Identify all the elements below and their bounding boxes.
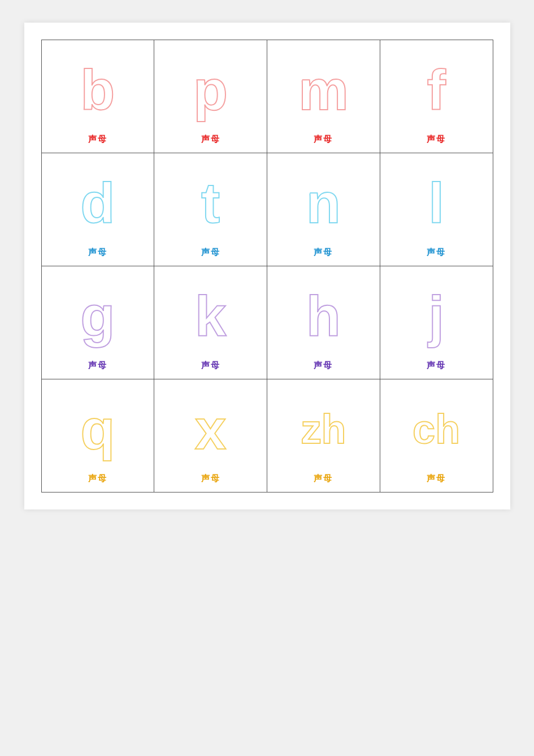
- cell-r3-c1: x声母: [154, 379, 267, 493]
- pinyin-grid: b声母p声母m声母f声母d声母t声母n声母l声母g声母k声母h声母j声母q声母x…: [41, 40, 493, 493]
- cell-label: 声母: [88, 360, 107, 371]
- letter-container: k: [160, 277, 261, 356]
- letter-j: j: [428, 288, 444, 344]
- cell-label: 声母: [427, 360, 446, 371]
- cell-label: 声母: [427, 473, 446, 484]
- letter-container: m: [273, 50, 374, 129]
- cell-r1-c3: l声母: [380, 153, 493, 266]
- letter-t: t: [201, 175, 220, 231]
- letter-container: p: [160, 50, 261, 129]
- cell-label: 声母: [314, 134, 333, 145]
- letter-n: n: [306, 175, 341, 231]
- cell-r3-c2: zh声母: [267, 379, 380, 493]
- letter-k: k: [195, 288, 227, 344]
- letter-f: f: [427, 62, 445, 118]
- letter-container: j: [386, 277, 487, 356]
- cell-label: 声母: [201, 247, 220, 258]
- cell-r1-c2: n声母: [267, 153, 380, 266]
- letter-h: h: [306, 288, 341, 344]
- letter-l: l: [428, 175, 444, 231]
- cell-label: 声母: [201, 360, 220, 371]
- cell-r0-c3: f声母: [380, 40, 493, 153]
- cell-label: 声母: [427, 247, 446, 258]
- letter-container: f: [386, 50, 487, 129]
- letter-container: q: [47, 390, 149, 469]
- cell-label: 声母: [427, 134, 446, 145]
- letter-container: l: [386, 163, 487, 243]
- cell-label: 声母: [314, 247, 333, 258]
- cell-r0-c2: m声母: [267, 40, 380, 153]
- cell-r1-c0: d声母: [42, 153, 155, 266]
- letter-q: q: [80, 401, 115, 457]
- cell-label: 声母: [201, 134, 220, 145]
- page: b声母p声母m声母f声母d声母t声母n声母l声母g声母k声母h声母j声母q声母x…: [24, 23, 510, 509]
- cell-r3-c3: ch声母: [380, 379, 493, 493]
- letter-container: d: [47, 163, 149, 243]
- cell-label: 声母: [88, 134, 107, 145]
- letter-container: h: [273, 277, 374, 356]
- letter-d: d: [80, 175, 115, 231]
- letter-zh: zh: [301, 409, 346, 450]
- cell-r2-c1: k声母: [154, 266, 267, 379]
- letter-container: g: [47, 277, 149, 356]
- cell-r2-c3: j声母: [380, 266, 493, 379]
- letter-container: x: [160, 390, 261, 469]
- letter-x: x: [195, 401, 227, 457]
- letter-container: n: [273, 163, 374, 243]
- cell-r1-c1: t声母: [154, 153, 267, 266]
- letter-container: b: [47, 50, 149, 129]
- cell-label: 声母: [201, 473, 220, 484]
- cell-label: 声母: [88, 247, 107, 258]
- letter-ch: ch: [413, 409, 460, 450]
- cell-r3-c0: q声母: [42, 379, 155, 493]
- letter-b: b: [80, 62, 115, 118]
- cell-r2-c2: h声母: [267, 266, 380, 379]
- cell-r0-c1: p声母: [154, 40, 267, 153]
- letter-g: g: [80, 288, 115, 344]
- letter-container: zh: [273, 390, 374, 469]
- letter-m: m: [298, 62, 349, 118]
- cell-r2-c0: g声母: [42, 266, 155, 379]
- cell-label: 声母: [88, 473, 107, 484]
- letter-container: ch: [386, 390, 487, 469]
- cell-label: 声母: [314, 360, 333, 371]
- letter-container: t: [160, 163, 261, 243]
- letter-p: p: [193, 62, 228, 118]
- cell-label: 声母: [314, 473, 333, 484]
- cell-r0-c0: b声母: [42, 40, 155, 153]
